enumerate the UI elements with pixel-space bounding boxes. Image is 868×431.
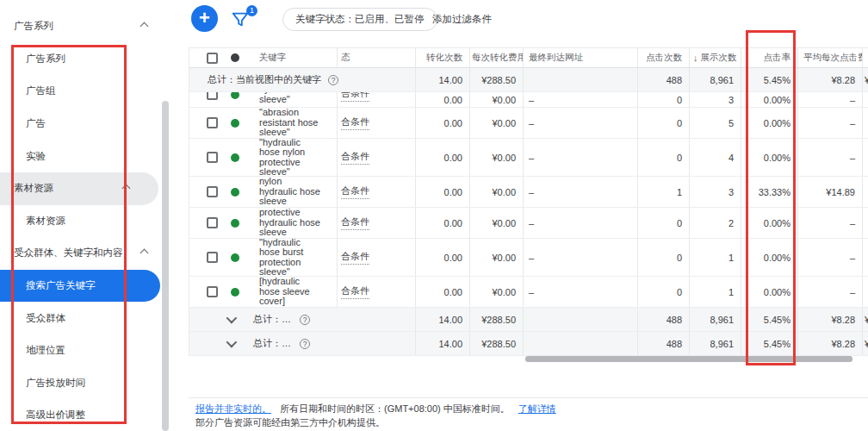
help-icon[interactable]: ? <box>300 339 310 349</box>
add-filter-button[interactable]: 添加过滤条件 <box>432 13 492 26</box>
summary-conversions: 14.00 <box>416 68 470 91</box>
col-clicks[interactable]: 点击次数 <box>638 48 690 67</box>
help-icon[interactable]: ? <box>328 75 338 85</box>
keyword-cell[interactable]: [hydraulichose sleevecover] <box>250 277 338 307</box>
status-text[interactable]: 合条件 <box>341 284 369 299</box>
col-final-url[interactable]: 最终到达网址 <box>524 48 638 67</box>
help-icon[interactable]: ? <box>300 315 310 325</box>
clicks-cell: 0 <box>638 239 690 276</box>
row-checkbox[interactable] <box>207 252 218 263</box>
sidebar-scrollbar[interactable] <box>162 101 169 431</box>
final-url-cell: – <box>524 277 638 307</box>
status-text[interactable]: 合条件 <box>341 92 369 102</box>
chevron-down-icon[interactable] <box>226 313 238 324</box>
summary-clicks: 488 <box>638 68 690 91</box>
keyword-cell[interactable]: "hydraulichose nylonprotectivesleeve" <box>250 139 338 176</box>
total-next-partial: ¥ <box>863 332 868 355</box>
row-checkbox-cell[interactable] <box>189 177 220 207</box>
next-partial-cell <box>863 208 868 238</box>
status-cell: 合条件 <box>338 277 416 307</box>
chevron-up-icon[interactable] <box>140 22 149 31</box>
final-url-cell: – <box>524 177 638 207</box>
row-checkbox[interactable] <box>207 286 218 297</box>
cost-per-conversion-cell: ¥0.00 <box>470 208 524 238</box>
row-checkbox[interactable] <box>207 186 218 197</box>
row-checkbox[interactable] <box>207 152 218 163</box>
sidebar-item-locations[interactable]: 地理位置 <box>0 334 177 367</box>
keyword-cell[interactable]: hydraulic hosesleeve" <box>250 92 338 107</box>
chevron-down-icon[interactable] <box>226 337 238 348</box>
row-checkbox-cell[interactable] <box>189 239 220 276</box>
row-status-dot-cell <box>220 92 250 107</box>
sidebar-item-ad-schedule[interactable]: 广告投放时间 <box>0 367 177 400</box>
sidebar-item-campaigns[interactable]: 广告系列 <box>0 43 177 76</box>
col-conversions[interactable]: 转化次数 <box>416 48 470 67</box>
summary-ctr: 5.45% <box>741 68 798 91</box>
status-enabled-icon <box>231 153 239 162</box>
horizontal-scrollbar[interactable] <box>525 356 852 362</box>
col-keyword[interactable]: 关键字 <box>250 48 338 67</box>
row-checkbox[interactable] <box>207 92 218 100</box>
next-partial-cell <box>863 92 868 107</box>
sidebar-item-audiences[interactable]: 受众群体 <box>0 302 177 334</box>
conversions-cell: 0.00 <box>416 177 470 207</box>
sidebar-item-experiments[interactable]: 实验 <box>0 140 177 172</box>
chevron-up-icon[interactable] <box>140 249 149 258</box>
sidebar-item-campaigns-section[interactable]: 广告系列 <box>0 10 177 43</box>
report-not-realtime-link[interactable]: 报告并非实时的。 <box>195 403 271 414</box>
keyword-status-filter-chip[interactable]: 关键字状态：已启用、已暂停 <box>282 8 437 31</box>
sidebar-item-search-keywords[interactable]: 搜索广告关键字 <box>0 270 160 303</box>
col-ctr[interactable]: 点击率 <box>741 48 798 67</box>
ctr-cell: 0.00% <box>741 108 798 138</box>
chevron-up-icon[interactable] <box>122 184 131 193</box>
add-button[interactable]: + <box>191 5 218 32</box>
summary-final-url <box>524 68 638 91</box>
final-url-cell: – <box>524 92 638 107</box>
status-dot-header-cell[interactable] <box>220 48 250 67</box>
status-text[interactable]: 合条件 <box>341 150 369 165</box>
select-all-checkbox[interactable] <box>207 53 218 64</box>
sidebar-item-ad-groups[interactable]: 广告组 <box>0 75 177 108</box>
status-text[interactable]: 合条件 <box>341 250 369 265</box>
keyword-cell[interactable]: nylonhydraulic hosesleeve <box>250 177 338 207</box>
summary-next-partial: ¥ <box>863 68 868 91</box>
total-impressions: 8,961 <box>690 332 741 355</box>
row-checkbox-cell[interactable] <box>189 92 220 107</box>
sidebar-item-ads[interactable]: 广告 <box>0 108 177 141</box>
avg-cpc-cell: – <box>798 108 863 138</box>
filter-button[interactable]: 1 <box>231 9 251 30</box>
row-checkbox[interactable] <box>207 117 218 128</box>
row-checkbox-cell[interactable] <box>189 208 220 238</box>
sidebar-item-audiences-keywords-content[interactable]: 受众群体、关键字和内容 <box>0 237 177 270</box>
row-checkbox[interactable] <box>207 217 218 228</box>
sidebar-item-advanced-bid-adjustments[interactable]: 高级出价调整 <box>0 399 177 431</box>
avg-cpc-cell: – <box>798 239 863 276</box>
col-impressions[interactable]: ↓ 展示次数 <box>690 48 741 67</box>
row-checkbox-cell[interactable] <box>189 277 220 307</box>
sidebar-item-label: 广告系列 <box>26 53 65 66</box>
col-status[interactable]: 态 <box>338 48 416 67</box>
ctr-cell: 0.00% <box>741 92 798 107</box>
impressions-cell: 3 <box>690 177 741 207</box>
col-cost-per-conversion[interactable]: 每次转化费用 <box>470 48 524 67</box>
ctr-cell: 0.00% <box>741 277 798 307</box>
keyword-cell[interactable]: "abrasionresistant hosesleeve" <box>250 108 338 138</box>
keyword-cell[interactable]: protectivehydraulic hosesleeve <box>250 208 338 238</box>
select-all-checkbox-cell[interactable] <box>189 48 220 67</box>
learn-more-link[interactable]: 了解详情 <box>518 403 556 414</box>
row-checkbox-cell[interactable] <box>189 108 220 138</box>
col-avg-cpc[interactable]: 平均每次点击费用 <box>798 48 863 67</box>
cost-per-conversion-cell: ¥0.00 <box>470 108 524 138</box>
sidebar-item-assets[interactable]: 素材资源 <box>0 205 177 238</box>
status-text[interactable]: 合条件 <box>341 216 369 230</box>
status-text[interactable]: 合条件 <box>341 184 369 199</box>
total-ctr: 5.45% <box>741 308 798 331</box>
status-cell: 合条件 <box>338 239 416 276</box>
status-text[interactable]: 合条件 <box>341 116 369 130</box>
keyword-cell[interactable]: "hydraulichose burstprotectionsleeve" <box>250 239 338 276</box>
sidebar-item-assets-section[interactable]: 素材资源 <box>0 172 158 205</box>
sidebar-item-label: 广告系列 <box>14 20 53 33</box>
ctr-cell: 33.33% <box>741 177 798 207</box>
final-url-cell: – <box>524 208 638 238</box>
row-checkbox-cell[interactable] <box>189 139 220 176</box>
